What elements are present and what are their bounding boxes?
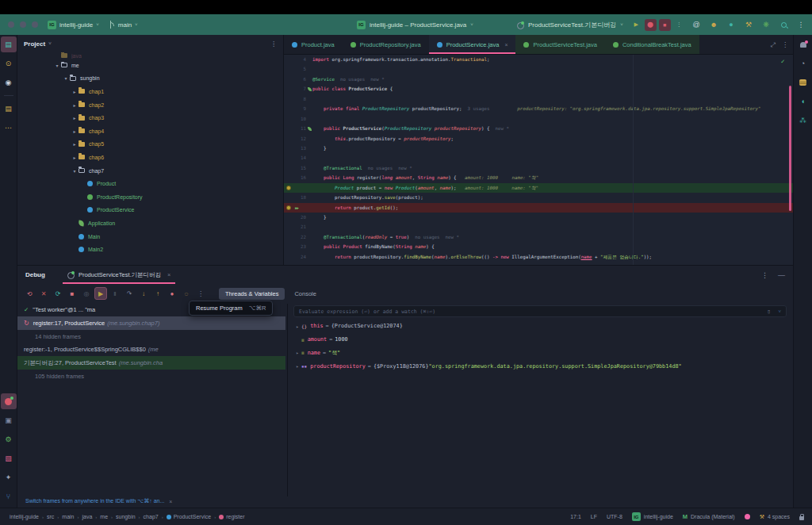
tab-product-java[interactable]: Product.java bbox=[284, 35, 343, 54]
gutter[interactable]: 24 bbox=[284, 252, 312, 262]
gradle-icon[interactable]: ◖ bbox=[795, 94, 811, 109]
breadcrumb-sungbin[interactable]: sungbin bbox=[116, 514, 136, 519]
tab-productrepository-java[interactable]: ProductRepository.java bbox=[343, 35, 429, 54]
gutter[interactable]: 16 bbox=[284, 173, 312, 182]
more-debug-icon[interactable]: ⋮ bbox=[194, 287, 207, 300]
commit-tool-icon[interactable]: ⊙ bbox=[1, 56, 17, 71]
tree-arrow-icon[interactable]: ▸ bbox=[71, 128, 79, 134]
gutter[interactable]: 15 bbox=[284, 163, 312, 173]
mute-breakpoints-icon[interactable]: ◌ bbox=[180, 287, 193, 300]
tree-arrow-icon[interactable]: ▾ bbox=[53, 63, 61, 68]
gutter[interactable]: 20 bbox=[284, 213, 312, 222]
tab-productservice-java[interactable]: ProductService.java× bbox=[429, 35, 516, 54]
tree-arrow-icon[interactable]: ▸ bbox=[71, 155, 79, 160]
ai-copilot-icon[interactable]: ◔ bbox=[795, 56, 811, 71]
window-controls[interactable] bbox=[8, 21, 38, 28]
tree-item-product[interactable]: Product bbox=[17, 177, 283, 190]
frame-row[interactable]: 기본디버깅:27, ProductServiceTest(me.sungbin.… bbox=[17, 356, 285, 370]
evaluate-expression-input[interactable]: Evaluate expression (⏎) or add a watch (… bbox=[293, 305, 787, 317]
frame-row[interactable]: 105 hidden frames bbox=[17, 370, 285, 383]
gutter[interactable]: 5 bbox=[284, 64, 312, 74]
expand-chevron-icon[interactable]: ▸ bbox=[293, 324, 301, 329]
close-tab-icon[interactable]: × bbox=[504, 42, 508, 48]
accent-color-icon[interactable] bbox=[745, 514, 750, 519]
more-actions-icon[interactable]: ⋮ bbox=[673, 19, 685, 31]
gutter[interactable]: 8 bbox=[284, 94, 312, 104]
breadcrumb-chap7[interactable]: chap7 bbox=[144, 514, 159, 519]
tree-arrow-icon[interactable]: ▸ bbox=[71, 102, 79, 108]
tree-item-me[interactable]: ▾me bbox=[17, 59, 283, 72]
gutter[interactable]: 13 bbox=[284, 144, 312, 153]
tree-arrow-icon[interactable]: ▸ bbox=[71, 115, 79, 121]
variable-row-amount[interactable]: ≡amount=1000 bbox=[293, 333, 791, 347]
frame-row[interactable]: ↻register:17, ProductService(me.sungbin.… bbox=[17, 316, 285, 330]
gutter[interactable]: 21 bbox=[284, 222, 312, 232]
bookmark-icon[interactable]: ▯ bbox=[767, 308, 770, 315]
breadcrumb-intellij-guide[interactable]: intellij-guide bbox=[10, 514, 39, 519]
structure-tool-icon[interactable]: ▤ bbox=[1, 101, 17, 117]
debug-button[interactable]: ⬤ bbox=[645, 19, 657, 31]
indent-widget[interactable]: ⚒ 4 spaces bbox=[760, 514, 790, 520]
code-with-me-icon[interactable]: ☻ bbox=[709, 20, 718, 29]
caret-position[interactable]: 17:1 bbox=[570, 514, 581, 519]
gutter[interactable]: 18 bbox=[284, 193, 312, 202]
pause-icon[interactable]: ‖ bbox=[109, 287, 121, 300]
minimize-window-icon[interactable] bbox=[20, 21, 26, 28]
run-config-name[interactable]: ProductServiceTest.기본디버깅 bbox=[528, 21, 616, 29]
tree-item-chap1[interactable]: ▸chap1 bbox=[17, 85, 283, 98]
services-tool-icon[interactable]: ▣ bbox=[1, 412, 17, 428]
tree-item-chap7[interactable]: ▾chap7 bbox=[17, 164, 283, 178]
tree-item-sungbin[interactable]: ▾sungbin bbox=[17, 72, 283, 86]
rerun-icon[interactable]: ⟳ bbox=[52, 287, 64, 300]
write-lock-icon[interactable] bbox=[799, 516, 804, 520]
run-button[interactable]: ▶ bbox=[630, 19, 642, 31]
panel-divider[interactable] bbox=[287, 304, 288, 496]
gutter[interactable]: 6 bbox=[284, 75, 312, 84]
debug-view-tab-console[interactable]: Console bbox=[288, 288, 323, 300]
close-icon[interactable]: × bbox=[167, 271, 170, 278]
gutter[interactable]: 12 bbox=[284, 134, 312, 144]
git-tool-icon[interactable]: ⑂ bbox=[1, 489, 17, 504]
project-tool-icon[interactable]: ▤ bbox=[1, 36, 17, 52]
frame-row[interactable]: register:-1, ProductService$$SpringCGLIB… bbox=[17, 343, 285, 357]
tab-productservicetest-java[interactable]: ProductServiceTest.java bbox=[515, 35, 604, 54]
profiler-tool-icon[interactable]: ✦ bbox=[1, 469, 17, 485]
view-breakpoints-icon[interactable]: ● bbox=[166, 287, 178, 300]
gutter[interactable]: 11 bbox=[284, 124, 312, 133]
tree-item-application[interactable]: Application bbox=[17, 217, 283, 230]
branch-widget[interactable]: main ˅ bbox=[109, 21, 138, 29]
chevron-down-icon[interactable]: ˅ bbox=[779, 308, 781, 314]
code-editor[interactable]: 4import org.springframework.transaction.… bbox=[284, 55, 793, 262]
github-icon[interactable]: ◉ bbox=[1, 75, 17, 90]
watch-eye-icon[interactable]: ◎ bbox=[80, 287, 93, 300]
variable-row-this[interactable]: ▸{}this={ProductService@12074} bbox=[293, 320, 791, 333]
rerun-debugger-icon[interactable]: ⟲ bbox=[23, 287, 36, 300]
spring-bean-icon[interactable] bbox=[308, 87, 312, 92]
split-editor-icon[interactable]: ⤢ bbox=[771, 41, 776, 49]
spring-bean-icon[interactable] bbox=[308, 127, 312, 132]
tree-item-chap2[interactable]: ▸chap2 bbox=[17, 98, 283, 112]
breadcrumb-register[interactable]: register bbox=[219, 514, 244, 519]
window-title-widget[interactable]: IG intellij-guide – ProductService.java … bbox=[357, 21, 473, 29]
tree-item-java[interactable]: java bbox=[17, 52, 283, 59]
tree-arrow-icon[interactable]: ▸ bbox=[71, 141, 79, 147]
stop-button[interactable]: ■ bbox=[659, 19, 671, 31]
gutter[interactable]: 4 bbox=[284, 55, 312, 64]
debug-options-icon[interactable]: ⋮ bbox=[761, 271, 768, 279]
tree-arrow-icon[interactable]: ▾ bbox=[62, 75, 70, 81]
project-panel-header[interactable]: Project ˅ ⋮ bbox=[17, 35, 283, 52]
stop-icon[interactable]: ■ bbox=[66, 287, 79, 300]
tree-item-productservice[interactable]: ProductService bbox=[17, 204, 283, 217]
todo-tool-icon[interactable]: ▧ bbox=[1, 450, 17, 466]
breadcrumb-main[interactable]: main bbox=[62, 514, 74, 519]
bean-diagram-icon[interactable]: ⁂ bbox=[795, 113, 811, 128]
breakpoint-icon[interactable] bbox=[286, 205, 291, 210]
main-menu-icon[interactable]: ⋮ bbox=[796, 20, 806, 29]
more-tools-icon[interactable]: ⋯ bbox=[1, 120, 17, 136]
minimize-panel-icon[interactable]: — bbox=[778, 271, 785, 279]
expand-chevron-icon[interactable]: ▸ bbox=[293, 350, 301, 355]
variable-row-name[interactable]: ▸≡name="책" bbox=[293, 347, 791, 360]
step-into-icon[interactable]: ↓ bbox=[137, 287, 150, 300]
project-widget[interactable]: IG intellij-guide ˅ bbox=[48, 21, 99, 29]
breakpoint-icon[interactable] bbox=[286, 186, 291, 190]
